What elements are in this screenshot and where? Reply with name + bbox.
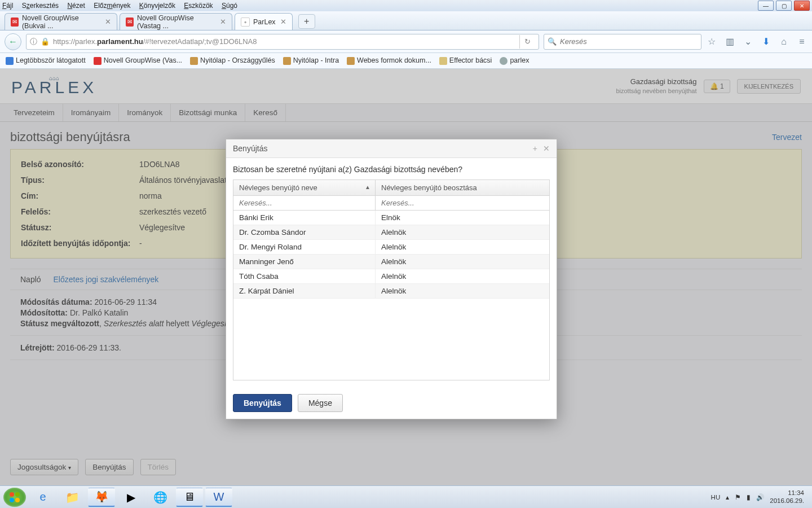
bookmark-orszaggyules[interactable]: Nyitólap - Országgyűlés (190, 56, 275, 65)
mail-icon: ✉ (11, 17, 19, 27)
modal-close-icon[interactable]: ✕ (543, 144, 550, 153)
table-row[interactable]: Manninger JenőAlelnök (233, 255, 549, 269)
search-icon: 🔍 (548, 37, 557, 46)
cell-position: Alelnök (376, 269, 549, 283)
menu-history[interactable]: Előzmények (94, 2, 130, 10)
bookmark-star-icon[interactable]: ☆ (706, 36, 717, 47)
tab-label: ParLex (253, 18, 276, 26)
download-icon[interactable]: ⬇ (760, 36, 771, 47)
cell-name: Tóth Csaba (233, 269, 376, 283)
cell-position: Alelnök (376, 284, 549, 298)
task-explorer[interactable]: 📁 (59, 488, 86, 507)
table-row[interactable]: Bánki ErikElnök (233, 211, 549, 225)
url-text: https://parlex.parlament.hu/#!tervezetAd… (53, 37, 257, 46)
svg-point-0 (10, 492, 14, 497)
task-chrome[interactable]: 🌐 (147, 488, 174, 507)
window-menu: Fájl Szerkesztés Nézet Előzmények Könyvj… (2, 2, 244, 10)
cell-name: Dr. Czomba Sándor (233, 225, 376, 239)
url-bar[interactable]: ⓘ 🔒 https://parlex.parlament.hu/#!tervez… (26, 34, 539, 50)
table-row[interactable]: Tóth CsabaAlelnök (233, 269, 549, 284)
cell-position: Alelnök (376, 225, 549, 239)
modal-submit-button[interactable]: Benyújtás (233, 394, 292, 412)
system-tray: HU ▴ ⚑ ▮ 🔊 11:34 2016.06.29. (711, 489, 809, 505)
back-button[interactable]: ← (5, 33, 21, 50)
tab-close-icon[interactable]: ✕ (280, 17, 286, 26)
bookmarks-bar: Legtöbbször látogatott Novell GroupWise … (0, 53, 812, 69)
filter-name-input[interactable] (233, 196, 376, 210)
col-position[interactable]: Névleges benyújtó beosztása (376, 180, 549, 195)
cell-position: Alelnök (376, 255, 549, 269)
filter-position-input[interactable] (376, 196, 549, 210)
menu-bookmarks[interactable]: Könyvjelzők (139, 2, 175, 10)
menu-view[interactable]: Nézet (67, 2, 85, 10)
table-row[interactable]: Z. Kárpát DánielAlelnök (233, 284, 549, 299)
bookmark-groupwise[interactable]: Novell GroupWise (Vas... (94, 56, 182, 65)
browser-tab-groupwise-1[interactable]: ✉ Novell GroupWise (Bukvai ... ✕ (5, 13, 117, 30)
modal-header: Benyújtás + ✕ (226, 139, 557, 158)
cell-name: Dr. Mengyi Roland (233, 240, 376, 254)
cell-name: Bánki Erik (233, 211, 376, 225)
tab-label: Novell GroupWise (Vastag ... (137, 14, 215, 30)
bookmark-webes-formok[interactable]: Webes formok dokum... (347, 56, 431, 65)
app-root: ⌂⌂⌂PARLEX Gazdasági bizottság bizottság … (0, 69, 812, 485)
task-monitor[interactable]: 🖥 (176, 488, 203, 507)
modal-plus-icon[interactable]: + (533, 144, 537, 153)
modal-question: Biztosan be szeretné nyújtani a(z) Gazda… (233, 165, 550, 174)
tray-clock[interactable]: 11:34 2016.06.29. (770, 489, 804, 505)
tray-network-icon[interactable]: ▮ (747, 493, 751, 501)
tab-close-icon[interactable]: ✕ (220, 17, 226, 26)
hamburger-icon[interactable]: ≡ (796, 37, 807, 47)
sort-asc-icon: ▲ (365, 184, 370, 190)
window-minimize-button[interactable]: — (758, 1, 774, 11)
start-button[interactable] (3, 488, 26, 507)
tray-lang[interactable]: HU (711, 494, 721, 501)
cell-position: Elnök (376, 211, 549, 225)
task-word[interactable]: W (205, 488, 232, 507)
window-maximize-button[interactable]: ▢ (776, 1, 792, 11)
bookmark-effector[interactable]: Effector bácsi (439, 56, 492, 65)
task-ie[interactable]: e (29, 488, 56, 507)
browser-tab-parlex[interactable]: ∘ ParLex ✕ (235, 13, 293, 30)
tray-volume-icon[interactable]: 🔊 (756, 493, 764, 501)
tray-flag-icon[interactable]: ⚑ (735, 493, 741, 501)
menu-tools[interactable]: Eszközök (184, 2, 213, 10)
new-tab-button[interactable]: + (298, 14, 315, 29)
bookmark-parlex[interactable]: parlex (500, 56, 529, 65)
window-close-button[interactable]: ✕ (794, 1, 810, 11)
reader-icon[interactable]: ▥ (724, 36, 735, 47)
submit-modal: Benyújtás + ✕ Biztosan be szeretné nyújt… (226, 139, 557, 419)
search-box[interactable]: 🔍 (544, 34, 701, 50)
bookmark-most-visited[interactable]: Legtöbbször látogatott (6, 56, 86, 65)
menu-file[interactable]: Fájl (2, 2, 13, 10)
home-icon[interactable]: ⌂ (778, 37, 789, 47)
tab-close-icon[interactable]: ✕ (105, 17, 111, 26)
table-row[interactable]: Dr. Mengyi RolandAlelnök (233, 240, 549, 255)
browser-navbar: ← ⓘ 🔒 https://parlex.parlament.hu/#!terv… (0, 30, 812, 53)
cell-name: Manninger Jenő (233, 255, 376, 269)
reload-button[interactable]: ↻ (519, 35, 535, 49)
modal-cancel-button[interactable]: Mégse (298, 394, 343, 412)
pocket-icon[interactable]: ⌄ (742, 36, 753, 47)
table-row[interactable]: Dr. Czomba SándorAlelnök (233, 225, 549, 240)
windows-titlebar: Fájl Szerkesztés Nézet Előzmények Könyvj… (0, 0, 812, 11)
toolbar-icons: ☆ ▥ ⌄ ⬇ ⌂ ≡ (706, 36, 807, 47)
page-icon: ∘ (241, 17, 250, 27)
info-icon[interactable]: ⓘ (30, 37, 37, 47)
svg-point-3 (15, 498, 20, 502)
task-media[interactable]: ▶ (117, 488, 144, 507)
cell-name: Z. Kárpát Dániel (233, 284, 376, 298)
menu-edit[interactable]: Szerkesztés (22, 2, 59, 10)
browser-tab-groupwise-2[interactable]: ✉ Novell GroupWise (Vastag ... ✕ (120, 13, 232, 30)
svg-point-1 (15, 492, 20, 497)
tray-arrow-icon[interactable]: ▴ (726, 493, 729, 501)
lock-icon: 🔒 (41, 37, 50, 46)
windows-taskbar: e 📁 🦊 ▶ 🌐 🖥 W HU ▴ ⚑ ▮ 🔊 11:34 2016.06.2… (0, 485, 812, 508)
col-name[interactable]: Névleges benyújtó neve▲ (233, 180, 376, 195)
bookmark-intra[interactable]: Nyitólap - Intra (283, 56, 339, 65)
cell-position: Alelnök (376, 240, 549, 254)
task-firefox[interactable]: 🦊 (88, 488, 115, 507)
search-input[interactable] (560, 37, 698, 46)
modal-overlay: Benyújtás + ✕ Biztosan be szeretné nyújt… (0, 69, 812, 485)
modal-title: Benyújtás (233, 144, 267, 153)
menu-help[interactable]: Súgó (222, 2, 237, 10)
